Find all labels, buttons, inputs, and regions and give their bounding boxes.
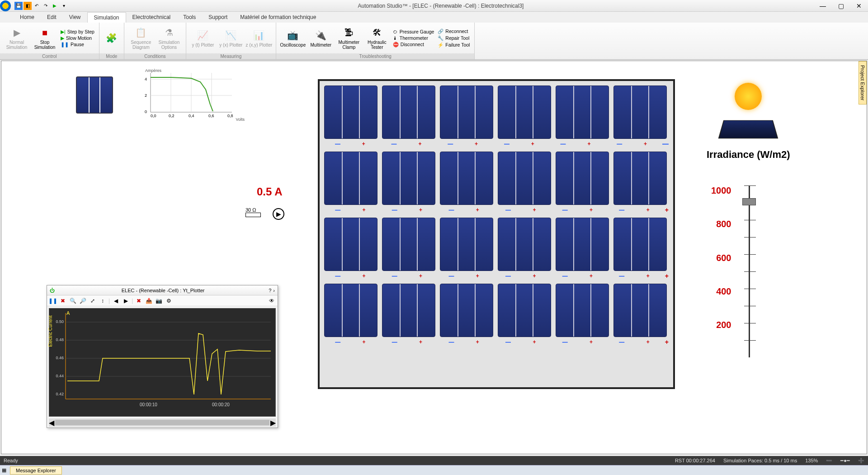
minimize-button[interactable]: — bbox=[814, 0, 832, 12]
solar-cell[interactable] bbox=[498, 218, 551, 271]
zoom-fit-icon[interactable]: ⤢ bbox=[89, 297, 97, 305]
qat-play-icon[interactable]: ▶ bbox=[51, 2, 59, 10]
solar-cell[interactable] bbox=[498, 86, 551, 139]
zxy-plotter-button[interactable]: 📊z (x,y) Plotter bbox=[245, 29, 273, 48]
clear-x-icon[interactable]: ✖ bbox=[59, 297, 67, 305]
workspace-canvas[interactable]: Project Explorer Ampères 420 0,00,20,40,… bbox=[1, 61, 867, 454]
simulation-options-button[interactable]: ⚗Simulation Options bbox=[155, 26, 183, 50]
qat-redo-icon[interactable]: ↷ bbox=[42, 2, 50, 10]
slider-track[interactable] bbox=[738, 185, 760, 357]
sequence-diagram-button[interactable]: 📋Sequence Diagram bbox=[127, 26, 155, 50]
solar-cell[interactable] bbox=[382, 284, 435, 337]
step-button[interactable]: ▶|Step by Step bbox=[59, 28, 96, 35]
plotter-window[interactable]: ⏻ ELEC - (Renewable -Cell) : Yt_Plotter … bbox=[47, 285, 278, 428]
disconnect-button[interactable]: ⛔Disconnect bbox=[391, 41, 436, 48]
solar-cell[interactable] bbox=[440, 86, 493, 139]
solar-cell[interactable] bbox=[556, 152, 609, 205]
menu-electrotechnical[interactable]: Electrotechnical bbox=[126, 12, 177, 22]
plotter-titlebar[interactable]: ⏻ ELEC - (Renewable -Cell) : Yt_Plotter … bbox=[47, 285, 278, 295]
solar-cell[interactable] bbox=[324, 86, 377, 139]
normal-simulation-button[interactable]: ▶Normal Simulation bbox=[3, 26, 31, 50]
menu-support[interactable]: Support bbox=[202, 12, 234, 22]
solar-panel-array[interactable]: —+—+—+—+—+—+——+—+—+—+—+—++—+—+—+—+—+—++—… bbox=[318, 79, 675, 389]
cursor-icon[interactable]: ↕ bbox=[99, 297, 107, 305]
plot-scrollbar[interactable]: ◀ ▶ bbox=[49, 418, 276, 427]
menu-view[interactable]: View bbox=[63, 12, 87, 22]
oscilloscope-button[interactable]: 📺Oscilloscope bbox=[279, 29, 307, 48]
solar-cell[interactable] bbox=[382, 86, 435, 139]
zoom-in-icon[interactable]: 🔍 bbox=[69, 297, 77, 305]
solar-cell[interactable] bbox=[498, 284, 551, 337]
delete-icon[interactable]: ✖ bbox=[135, 297, 143, 305]
solar-cell[interactable] bbox=[324, 218, 377, 271]
repair-tool-button[interactable]: 🔧Repair Tool bbox=[436, 35, 472, 42]
yx-plotter-button[interactable]: 📉y (x) Plotter bbox=[217, 29, 245, 48]
solar-cell[interactable] bbox=[556, 284, 609, 337]
play-icon: ▶ bbox=[10, 26, 23, 39]
solar-cell[interactable] bbox=[613, 86, 667, 139]
qat-item-icon[interactable]: ◧ bbox=[24, 2, 32, 10]
pause-button[interactable]: ❚❚Pause bbox=[59, 41, 96, 48]
message-explorer-tab[interactable]: Message Explorer bbox=[10, 466, 62, 475]
thermometer-button[interactable]: 🌡Thermometer bbox=[391, 35, 436, 41]
help-icon[interactable]: ? bbox=[269, 288, 271, 293]
solar-cell[interactable] bbox=[324, 152, 377, 205]
solar-cell[interactable] bbox=[324, 284, 377, 337]
menu-simulation[interactable]: Simulation bbox=[87, 12, 126, 23]
qat-dropdown-icon[interactable]: ▾ bbox=[60, 2, 68, 10]
mode-icon[interactable]: 🧩 bbox=[105, 32, 118, 44]
svg-text:4: 4 bbox=[145, 77, 147, 81]
solar-cell[interactable] bbox=[440, 284, 493, 337]
reconnect-button[interactable]: 🔗Reconnect bbox=[436, 28, 472, 35]
app-logo-icon[interactable] bbox=[0, 0, 11, 11]
solar-cell[interactable] bbox=[382, 152, 435, 205]
solar-cell[interactable] bbox=[556, 218, 609, 271]
zoom-out-icon[interactable]: 🔎 bbox=[79, 297, 87, 305]
snapshot-icon[interactable]: 📷 bbox=[155, 297, 163, 305]
eye-icon[interactable]: 👁 bbox=[268, 297, 276, 305]
scroll-left-icon[interactable]: ◀ bbox=[49, 418, 54, 427]
solar-cell[interactable] bbox=[440, 152, 493, 205]
solar-cell[interactable] bbox=[613, 284, 667, 337]
multimeter-button[interactable]: 🔌Multimeter bbox=[307, 29, 335, 48]
slow-button[interactable]: ▶Slow Motion bbox=[59, 35, 96, 41]
solar-cell[interactable] bbox=[556, 86, 609, 139]
qat-save-icon[interactable]: 💾 bbox=[14, 2, 23, 10]
chevron-right-icon[interactable]: › bbox=[273, 288, 275, 293]
marker-b-icon[interactable]: ▶ bbox=[122, 297, 130, 305]
taskbar-icon[interactable]: ▦ bbox=[0, 467, 8, 473]
resistor-label: 30 Ω bbox=[245, 207, 256, 213]
slider-thumb[interactable] bbox=[742, 198, 756, 205]
zoom-slider[interactable]: ━●━ bbox=[840, 458, 850, 464]
menu-training[interactable]: Matériel de formation technique bbox=[234, 12, 322, 22]
power-icon[interactable]: ⏻ bbox=[50, 288, 55, 293]
stop-simulation-button[interactable]: ■Stop Simulation bbox=[31, 26, 59, 50]
qat-undo-icon[interactable]: ↶ bbox=[33, 2, 41, 10]
menu-edit[interactable]: Edit bbox=[41, 12, 63, 22]
close-button[interactable]: ✕ bbox=[850, 0, 868, 12]
menu-tools[interactable]: Tools bbox=[177, 12, 202, 22]
settings-icon[interactable]: ⚙ bbox=[165, 297, 173, 305]
solar-cell[interactable] bbox=[613, 218, 667, 271]
yt-plotter-button[interactable]: 📈y (t) Plotter bbox=[189, 29, 217, 48]
single-cell-icon[interactable] bbox=[76, 76, 113, 114]
scroll-right-icon[interactable]: ▶ bbox=[270, 418, 276, 427]
solar-cell[interactable] bbox=[498, 152, 551, 205]
maximize-button[interactable]: ▢ bbox=[832, 0, 850, 12]
project-explorer-tab[interactable]: Project Explorer bbox=[859, 61, 867, 104]
export-icon[interactable]: 📤 bbox=[145, 297, 153, 305]
failure-tool-button[interactable]: ⚡Failure Tool bbox=[436, 42, 472, 48]
solar-cell[interactable] bbox=[440, 218, 493, 271]
hydraulic-tester-button[interactable]: 🛠Hydraulic Tester bbox=[363, 26, 391, 50]
irradiance-slider[interactable]: 1000800600400200 bbox=[711, 185, 760, 357]
solar-cell[interactable] bbox=[382, 218, 435, 271]
marker-a-icon[interactable]: ◀ bbox=[112, 297, 120, 305]
plot-area[interactable]: Electric Current A 0.50 0.48 0.46 0.44 0… bbox=[49, 308, 276, 417]
pause-icon[interactable]: ❚❚ bbox=[49, 297, 57, 305]
solar-cell[interactable] bbox=[613, 152, 667, 205]
menu-home[interactable]: Home bbox=[14, 12, 41, 22]
multimeter-clamp-button[interactable]: 🗜Multimeter Clamp bbox=[335, 26, 363, 50]
zoom-in-icon[interactable]: ➕ bbox=[858, 458, 864, 464]
zoom-out-icon[interactable]: ➖ bbox=[826, 458, 832, 464]
pressure-gauge-button[interactable]: ⏲Pressure Gauge bbox=[391, 28, 436, 35]
